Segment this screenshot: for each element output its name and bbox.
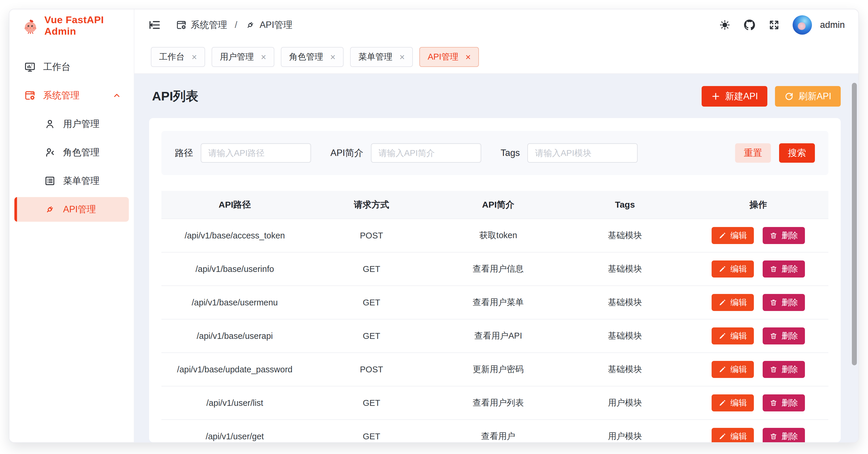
cell-api-path: /api/v1/base/userinfo: [161, 252, 308, 286]
cell-tags: 用户模块: [562, 420, 688, 442]
active-indicator-bar: [14, 197, 17, 222]
table-row: /api/v1/base/userinfo GET 查看用户信息 基础模块 编辑: [161, 252, 828, 286]
sidebar-item-system[interactable]: 系统管理: [14, 83, 129, 108]
close-icon[interactable]: ×: [330, 53, 335, 62]
page-tab-0[interactable]: 工作台 ×: [151, 47, 205, 67]
main-area: 系统管理 / API管理 admin: [134, 9, 858, 442]
tab-label: 角色管理: [289, 51, 323, 63]
breadcrumb-separator: /: [235, 20, 238, 30]
delete-button[interactable]: 删除: [763, 260, 805, 278]
edit-button[interactable]: 编辑: [712, 294, 754, 311]
delete-button[interactable]: 删除: [763, 294, 805, 311]
collapse-sidebar-icon[interactable]: [149, 19, 161, 31]
edit-label: 编辑: [731, 230, 747, 241]
delete-button[interactable]: 删除: [763, 394, 805, 412]
edit-button[interactable]: 编辑: [712, 328, 754, 344]
close-icon[interactable]: ×: [192, 53, 197, 62]
breadcrumb-parent[interactable]: 系统管理: [176, 19, 227, 31]
sidebar-item-label: 角色管理: [63, 146, 99, 159]
delete-label: 删除: [781, 330, 798, 342]
cell-summary: 获取token: [435, 219, 562, 252]
cell-method: GET: [308, 319, 435, 353]
delete-button[interactable]: 删除: [763, 428, 805, 442]
plug-icon: [44, 204, 56, 215]
pencil-icon: [719, 366, 726, 373]
summary-filter-input[interactable]: [371, 143, 481, 163]
breadcrumb-current[interactable]: API管理: [245, 19, 292, 31]
edit-label: 编辑: [731, 431, 747, 442]
github-icon[interactable]: [743, 19, 755, 31]
edit-button[interactable]: 编辑: [712, 227, 754, 244]
tab-label: API管理: [428, 51, 458, 63]
trash-icon: [770, 299, 777, 306]
theme-toggle-icon[interactable]: [719, 19, 731, 31]
page-tab-4[interactable]: API管理 ×: [419, 47, 479, 67]
sidebar-item-users[interactable]: 用户管理: [14, 112, 129, 136]
trash-icon: [770, 432, 777, 440]
sidebar-item-apis[interactable]: API管理: [14, 197, 129, 222]
reset-button[interactable]: 重置: [735, 143, 771, 163]
column-header-tags: Tags: [562, 191, 688, 219]
cell-tags: 基础模块: [562, 252, 688, 286]
delete-button[interactable]: 删除: [763, 361, 805, 378]
filter-bar: 路径 API简介 Tags 重置 搜索: [161, 131, 828, 175]
chevron-up-icon[interactable]: [113, 91, 121, 100]
delete-button[interactable]: 删除: [763, 328, 805, 344]
username[interactable]: admin: [820, 20, 845, 30]
page-tab-3[interactable]: 菜单管理 ×: [350, 47, 413, 67]
fullscreen-icon[interactable]: [769, 19, 780, 31]
delete-button[interactable]: 删除: [763, 227, 805, 244]
app-logo[interactable]: Vue FastAPI Admin: [9, 9, 134, 42]
sidebar-item-label: 系统管理: [43, 89, 80, 102]
create-api-button[interactable]: 新建API: [702, 86, 767, 107]
pencil-icon: [719, 399, 726, 407]
table-row: /api/v1/user/get GET 查看用户 用户模块 编辑 删除: [161, 420, 828, 442]
column-header-actions: 操作: [688, 191, 828, 219]
column-header-summary: API简介: [435, 191, 562, 219]
app-title: Vue FastAPI Admin: [44, 14, 134, 37]
close-icon[interactable]: ×: [261, 53, 266, 62]
avatar[interactable]: [793, 15, 812, 35]
edit-button[interactable]: 编辑: [712, 260, 754, 278]
column-header-path: API路径: [161, 191, 308, 219]
close-icon[interactable]: ×: [399, 53, 405, 62]
cell-method: GET: [308, 286, 435, 319]
page-tab-2[interactable]: 角色管理 ×: [281, 47, 344, 67]
cell-api-path: /api/v1/base/usermenu: [161, 286, 308, 319]
page-title: API列表: [152, 88, 198, 105]
refresh-api-button[interactable]: 刷新API: [775, 86, 841, 107]
edit-button[interactable]: 编辑: [712, 361, 754, 378]
scrollbar-thumb[interactable]: [852, 83, 857, 365]
page-header: API列表 新建API 刷新API: [149, 82, 841, 111]
close-icon[interactable]: ×: [465, 53, 471, 62]
summary-filter-label: API简介: [331, 147, 363, 159]
trash-icon: [770, 399, 777, 407]
cell-method: POST: [308, 353, 435, 386]
search-button[interactable]: 搜索: [779, 143, 815, 163]
edit-button[interactable]: 编辑: [712, 428, 754, 442]
system-settings-icon: [176, 20, 187, 30]
delete-label: 删除: [781, 431, 798, 442]
app-window: Vue FastAPI Admin 工作台 系统管理 用户管理 角色管理: [9, 9, 859, 443]
cell-method: POST: [308, 219, 435, 252]
sidebar-item-roles[interactable]: 角色管理: [14, 140, 129, 165]
breadcrumb-current-label: API管理: [260, 19, 292, 31]
plus-icon: [711, 92, 720, 101]
edit-button[interactable]: 编辑: [712, 394, 754, 412]
sidebar-item-label: 菜单管理: [63, 175, 99, 187]
sidebar-item-menus[interactable]: 菜单管理: [14, 169, 129, 193]
path-filter-input[interactable]: [201, 143, 311, 163]
tags-filter-input[interactable]: [527, 143, 638, 163]
chick-logo-icon: [22, 17, 38, 34]
user-icon: [44, 118, 56, 130]
sidebar-item-workbench[interactable]: 工作台: [14, 55, 129, 79]
pencil-icon: [719, 232, 726, 239]
cell-tags: 基础模块: [562, 353, 688, 386]
cell-actions: 编辑 删除: [688, 386, 828, 420]
trash-icon: [770, 332, 777, 340]
create-api-label: 新建API: [725, 90, 758, 103]
table-row: /api/v1/user/list GET 查看用户列表 用户模块 编辑 删除: [161, 386, 828, 420]
table-row: /api/v1/base/access_token POST 获取token 基…: [161, 219, 828, 252]
page-tab-1[interactable]: 用户管理 ×: [212, 47, 274, 67]
cell-tags: 基础模块: [562, 219, 688, 252]
